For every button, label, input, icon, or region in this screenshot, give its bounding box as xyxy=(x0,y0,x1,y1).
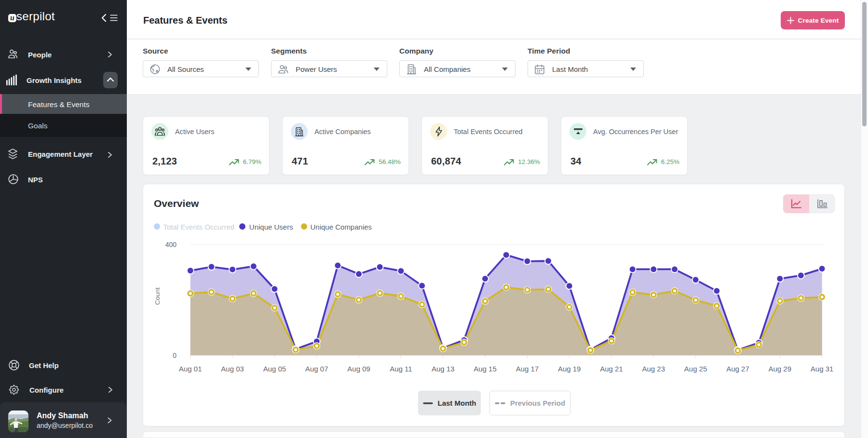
svg-text:400: 400 xyxy=(165,241,177,248)
svg-text:Aug 31: Aug 31 xyxy=(811,365,834,373)
svg-text:Aug 25: Aug 25 xyxy=(684,365,707,373)
svg-text:Aug 11: Aug 11 xyxy=(390,365,412,373)
svg-text:Aug 07: Aug 07 xyxy=(305,365,328,373)
svg-text:Aug 05: Aug 05 xyxy=(263,365,286,373)
svg-text:Aug 21: Aug 21 xyxy=(600,365,623,373)
svg-text:0: 0 xyxy=(173,352,176,359)
svg-text:Count: Count xyxy=(154,287,161,305)
svg-text:Aug 27: Aug 27 xyxy=(726,365,749,373)
svg-text:Aug 03: Aug 03 xyxy=(221,365,244,373)
svg-text:Aug 23: Aug 23 xyxy=(642,365,665,373)
svg-text:Aug 17: Aug 17 xyxy=(516,365,539,373)
svg-text:Aug 09: Aug 09 xyxy=(347,365,370,373)
svg-text:Aug 19: Aug 19 xyxy=(558,365,581,373)
svg-text:Aug 15: Aug 15 xyxy=(474,365,497,373)
svg-text:Aug 01: Aug 01 xyxy=(179,365,202,373)
svg-text:Aug 13: Aug 13 xyxy=(432,365,455,373)
svg-text:Aug 29: Aug 29 xyxy=(769,365,792,373)
